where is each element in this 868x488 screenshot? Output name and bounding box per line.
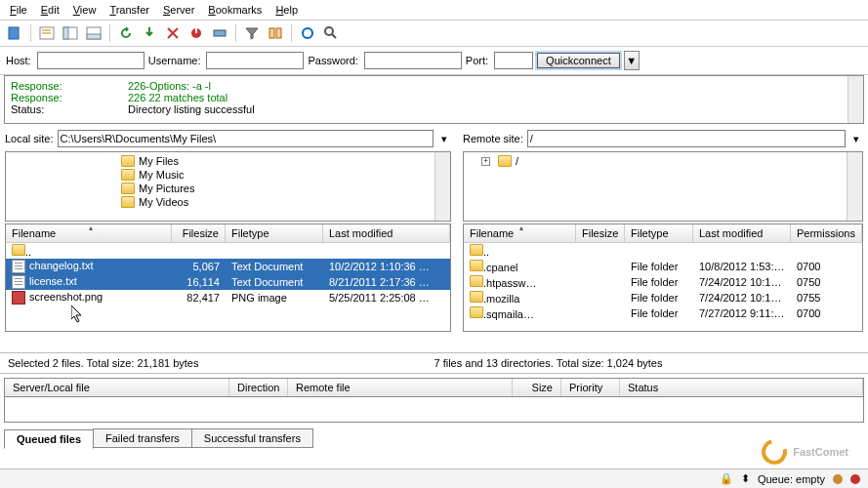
local-path-dropdown[interactable]: ▾ [437, 133, 451, 145]
svg-rect-5 [63, 27, 68, 39]
host-label: Host: [6, 55, 31, 66]
list-item[interactable]: .. [6, 243, 450, 259]
disconnect-icon[interactable] [186, 22, 207, 44]
port-label: Port: [466, 55, 488, 66]
selection-status: Selected 2 files. Total size: 21,181 byt… [0, 352, 868, 374]
svg-line-15 [332, 34, 336, 38]
remote-path-input[interactable] [527, 130, 846, 147]
port-input[interactable] [494, 52, 533, 69]
remote-panel: Remote site: ▾ +/ Filename▴ Filesize Fil… [459, 128, 867, 350]
folder-icon [470, 260, 483, 271]
tab-failed-transfers[interactable]: Failed transfers [93, 428, 192, 448]
remote-status: 7 files and 13 directories. Total size: … [434, 357, 861, 369]
tree-item[interactable]: My Music [121, 168, 448, 182]
list-item[interactable]: .cpanelFile folder10/8/2012 1:53:…0700 [464, 259, 862, 274]
svg-rect-0 [9, 27, 19, 39]
folder-icon [121, 196, 135, 208]
remote-list-header[interactable]: Filename▴ Filesize Filetype Last modifie… [463, 224, 863, 242]
queue-list[interactable] [4, 397, 864, 423]
activity-led-1 [833, 474, 843, 484]
tree-item[interactable]: My Files [121, 154, 448, 168]
local-tree-scrollbar[interactable] [434, 152, 450, 221]
list-item[interactable]: .. [464, 243, 862, 259]
cancel-icon[interactable] [162, 22, 184, 44]
search-icon[interactable] [320, 22, 342, 44]
list-item[interactable]: changelog.txt5,067Text Document10/2/2012… [6, 259, 450, 274]
folder-icon [498, 155, 512, 167]
folder-icon [121, 169, 135, 181]
quickconnect-bar: Host: Username: Password: Port: Quickcon… [0, 47, 868, 75]
menu-server[interactable]: Server [157, 2, 200, 18]
tree-item[interactable]: My Pictures [121, 182, 448, 195]
svg-point-14 [325, 27, 333, 35]
activity-led-2 [850, 474, 860, 484]
svg-rect-12 [276, 28, 281, 38]
local-panel: Local site: ▾ My FilesMy MusicMy Picture… [1, 128, 455, 350]
sync-browse-icon[interactable] [297, 22, 318, 44]
password-label: Password: [308, 55, 357, 66]
tree-item[interactable]: My Videos [121, 195, 448, 209]
queue-header[interactable]: Server/Local file Direction Remote file … [4, 378, 864, 397]
local-site-label: Local site: [5, 133, 54, 144]
txt-icon [12, 275, 25, 289]
toolbar [0, 20, 868, 47]
username-input[interactable] [206, 52, 304, 69]
menu-help[interactable]: Help [269, 2, 304, 18]
toggle-log-icon[interactable] [36, 22, 58, 44]
menubar: File Edit View Transfer Server Bookmarks… [0, 0, 868, 20]
message-log[interactable]: Response:226-Options: -a -lResponse:226 … [4, 75, 864, 124]
folder-icon [121, 155, 135, 167]
toggle-tree-icon[interactable] [60, 22, 81, 44]
log-scrollbar[interactable] [847, 76, 863, 123]
menu-file[interactable]: File [4, 2, 33, 18]
quickconnect-dropdown[interactable]: ▼ [624, 51, 640, 70]
list-item[interactable]: .htpassw…File folder7/24/2012 10:1…0750 [464, 274, 862, 290]
txt-icon [12, 260, 25, 273]
password-input[interactable] [364, 52, 462, 69]
folder-icon [470, 275, 483, 287]
local-list-header[interactable]: Filename▴ Filesize Filetype Last modifie… [5, 224, 451, 242]
remote-tree[interactable]: +/ [463, 151, 863, 222]
folder-icon [470, 291, 483, 303]
menu-view[interactable]: View [67, 2, 103, 18]
list-item[interactable]: .sqmaila…File folder7/27/2012 9:11:…0700 [464, 305, 862, 321]
svg-rect-7 [87, 34, 101, 39]
svg-rect-9 [195, 28, 197, 33]
folder-icon [12, 244, 25, 256]
folder-icon [121, 183, 135, 194]
local-tree[interactable]: My FilesMy MusicMy PicturesMy Videos [5, 151, 451, 222]
list-item[interactable]: license.txt16,114Text Document8/21/2011 … [6, 274, 450, 290]
quickconnect-button[interactable]: Quickconnect [537, 53, 620, 68]
tab-successful-transfers[interactable]: Successful transfers [191, 428, 313, 448]
remote-site-label: Remote site: [463, 133, 523, 144]
remote-tree-scrollbar[interactable] [847, 152, 862, 221]
host-input[interactable] [37, 52, 145, 69]
local-path-input[interactable] [58, 130, 434, 147]
local-file-list[interactable]: ..changelog.txt5,067Text Document10/2/20… [5, 242, 451, 332]
filter-icon[interactable] [241, 22, 263, 44]
list-item[interactable]: screenshot.png82,417PNG image5/25/2011 2… [6, 290, 450, 305]
svg-rect-11 [269, 28, 274, 38]
folder-icon [470, 306, 483, 318]
queue-status-text: Queue: empty [758, 473, 825, 485]
username-label: Username: [148, 55, 201, 66]
remote-path-dropdown[interactable]: ▾ [849, 133, 863, 145]
menu-transfer[interactable]: Transfer [103, 2, 155, 18]
folder-icon [470, 244, 483, 256]
encryption-icon: 🔒 [720, 472, 733, 485]
remote-file-list[interactable]: ...cpanelFile folder10/8/2012 1:53:…0700… [463, 242, 863, 332]
queue-status-icon: ⬍ [741, 472, 750, 485]
refresh-icon[interactable] [115, 22, 137, 44]
menu-bookmarks[interactable]: Bookmarks [202, 2, 268, 18]
reconnect-icon[interactable] [209, 22, 230, 44]
compare-icon[interactable] [265, 22, 286, 44]
list-item[interactable]: .mozillaFile folder7/24/2012 10:1…0755 [464, 290, 862, 305]
local-status: Selected 2 files. Total size: 21,181 byt… [8, 357, 434, 369]
process-queue-icon[interactable] [139, 22, 160, 44]
svg-rect-10 [214, 30, 226, 36]
statusbar: 🔒 ⬍ Queue: empty [0, 468, 868, 488]
sitemanager-icon[interactable] [4, 22, 25, 44]
tab-queued-files[interactable]: Queued files [4, 429, 94, 449]
toggle-queue-icon[interactable] [83, 22, 104, 44]
menu-edit[interactable]: Edit [35, 2, 65, 18]
